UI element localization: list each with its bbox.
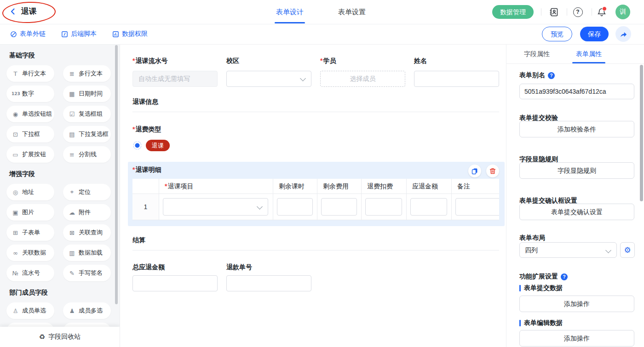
field-pill-member-multi[interactable]: ♟成员多选 <box>63 302 111 319</box>
field-pill-subform[interactable]: ⊞子表单 <box>6 224 54 241</box>
field-pill-multi-line-text[interactable]: ≣多行文本 <box>63 65 111 82</box>
field-pill-radio-group[interactable]: ◉单选按钮组 <box>6 106 54 122</box>
tab-form-design[interactable]: 表单设计 <box>271 0 308 23</box>
relation-query-icon: ⊠ <box>68 229 76 236</box>
sidebar-section-title: 增强字段 <box>0 163 120 184</box>
field-pill-attachment[interactable]: ☁附件 <box>63 204 111 221</box>
field-pill-multi-select[interactable]: ▤下拉复选框 <box>63 126 111 142</box>
subform-column-header: 应退金额 <box>407 179 452 194</box>
address-pin-icon: ◎ <box>12 189 19 196</box>
field-pill-label: 分割线 <box>79 150 97 159</box>
field-pill-extend-button[interactable]: ▭扩展按钮 <box>6 146 54 163</box>
field-pill-label: 下拉框 <box>22 130 40 138</box>
field-pill-label: 下拉复选框 <box>79 130 109 138</box>
submit-confirm-button[interactable]: 表单提交确认设置 <box>519 204 634 220</box>
sidebar-scrollbar[interactable] <box>115 45 118 304</box>
field-recycle-bin[interactable]: ♻ 字段回收站 <box>0 327 120 347</box>
form-external-link[interactable]: 表单外链 <box>10 24 46 44</box>
help-icon[interactable]: ? <box>572 6 583 17</box>
section-title-refund-info: 退课信息 <box>132 98 158 106</box>
subform-cell-input[interactable] <box>365 198 402 216</box>
field-pill-data-load[interactable]: ▥数据加载 <box>63 245 111 261</box>
back-button[interactable]: 退课 <box>9 6 37 17</box>
data-permission-link[interactable]: 数据权限 <box>112 24 148 44</box>
accent-bar <box>519 285 521 291</box>
tab-form-properties[interactable]: 表单属性 <box>570 44 607 63</box>
tab-form-settings[interactable]: 表单设置 <box>334 0 370 23</box>
subform-column-header: *退课项目 <box>159 179 273 194</box>
field-pill-label: 日期时间 <box>79 90 103 98</box>
add-action-button-submit[interactable]: 添加操作 <box>519 296 634 312</box>
field-pill-divider-line[interactable]: ≡分割线 <box>63 146 111 163</box>
subform-item-select[interactable] <box>163 198 268 216</box>
field-pill-image[interactable]: ▣图片 <box>6 204 54 221</box>
subform-row-index: 1 <box>132 194 159 220</box>
serial-input[interactable]: 自动生成无需填写 <box>132 71 218 87</box>
help-icon[interactable]: ? <box>561 273 568 280</box>
tab-field-properties[interactable]: 字段属性 <box>518 44 555 63</box>
subform-cell-input[interactable] <box>277 198 313 216</box>
field-pill-member-single[interactable]: ♙成员单选 <box>6 302 54 319</box>
field-pill-label: 关联数据 <box>22 249 46 257</box>
form-alias-label: 表单别名? <box>519 71 555 80</box>
add-action-button-edit[interactable]: 添加操作 <box>519 330 634 347</box>
contacts-book-icon[interactable] <box>548 6 559 17</box>
name-input[interactable] <box>414 71 499 87</box>
panel-tabs: 字段属性 表单属性 <box>506 44 644 64</box>
header-divider <box>567 8 567 16</box>
backend-script-link[interactable]: 后端脚本 <box>61 24 97 44</box>
help-icon[interactable]: ? <box>548 72 555 79</box>
field-pill-relation-query[interactable]: ⊠关联查询 <box>63 224 111 241</box>
notification-bell-icon[interactable] <box>596 6 607 17</box>
subform-cell <box>317 194 362 220</box>
number-icon: 123 <box>12 91 19 96</box>
dropdown-icon: ⊡ <box>12 131 19 138</box>
subform-cell-input[interactable] <box>410 198 447 216</box>
field-pill-address[interactable]: ◎地址 <box>6 184 54 200</box>
refund-type-badge[interactable]: 退课 <box>146 140 170 151</box>
radio-selected[interactable] <box>133 142 141 149</box>
field-pill-checkbox-group[interactable]: ☑复选框组 <box>63 106 111 122</box>
student-picker[interactable]: 选择成员 <box>320 71 405 87</box>
field-pill-datetime[interactable]: ▦日期时间 <box>63 85 111 102</box>
top-header: 退课 表单设计 表单设置 数据管理 ? 训 <box>0 0 644 24</box>
total-refund-input[interactable] <box>132 275 218 291</box>
field-pill-serial-number[interactable]: №流水号 <box>6 265 54 281</box>
field-pill-label: 成员多选 <box>79 307 103 315</box>
member-single-icon: ♙ <box>12 307 19 314</box>
campus-select[interactable] <box>226 71 311 87</box>
delete-button[interactable] <box>486 165 499 177</box>
serial-number-icon: № <box>12 270 19 277</box>
field-pill-label: 复选框组 <box>79 110 103 118</box>
field-label-refund-no: 退款单号 <box>226 263 252 272</box>
data-manage-button[interactable]: 数据管理 <box>492 5 534 19</box>
header-divider <box>592 8 592 16</box>
subform-cell-input[interactable] <box>455 198 499 216</box>
save-button[interactable]: 保存 <box>580 27 609 41</box>
field-pill-signature[interactable]: ✎手写签名 <box>63 265 111 281</box>
share-button[interactable] <box>615 26 631 42</box>
user-avatar[interactable]: 训 <box>615 5 630 19</box>
form-alias-input[interactable] <box>519 84 634 99</box>
field-visibility-button[interactable]: 字段显隐规则 <box>519 162 634 179</box>
copy-button[interactable] <box>468 165 481 177</box>
calendar-icon: ▦ <box>68 91 76 97</box>
notification-dot <box>602 6 607 11</box>
sidebar-section-title: 基础字段 <box>0 44 120 65</box>
add-validation-button[interactable]: 添加校验条件 <box>519 121 634 137</box>
field-pill-single-line-text[interactable]: T单行文本 <box>6 65 54 82</box>
field-label-campus: 校区 <box>226 57 239 65</box>
field-pill-number[interactable]: 123数字 <box>6 85 54 102</box>
refund-no-input[interactable] <box>226 275 311 291</box>
field-pill-select[interactable]: ⊡下拉框 <box>6 126 54 142</box>
form-toolbar: 表单外链 后端脚本 数据权限 预览 保存 <box>0 24 644 45</box>
subform-block-selected[interactable]: *退课明细 *退课项目剩余课时剩余费用退费扣费应退金额备注 1 <box>128 162 505 226</box>
panel-scrollbar[interactable] <box>640 65 643 201</box>
field-pill-relation-data[interactable]: ∞关联数据 <box>6 245 54 261</box>
layout-settings-button[interactable]: ⚙ <box>620 242 635 258</box>
field-pill-label: 子表单 <box>22 228 40 237</box>
field-pill-location[interactable]: ⌖定位 <box>63 184 111 200</box>
form-layout-select[interactable]: 四列 <box>519 242 617 258</box>
subform-cell-input[interactable] <box>321 198 357 216</box>
preview-button[interactable]: 预览 <box>542 27 572 41</box>
